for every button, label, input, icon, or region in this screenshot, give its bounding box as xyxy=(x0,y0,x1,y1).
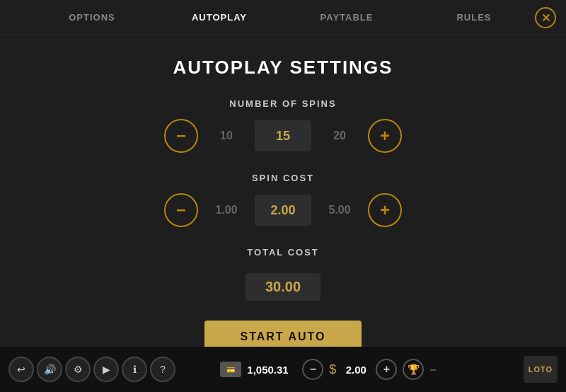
cost-decrement-button[interactable]: − xyxy=(164,193,198,227)
dash-separator: – xyxy=(429,362,437,377)
spins-option-15[interactable]: 15 xyxy=(255,120,311,151)
cost-option-1[interactable]: 1.00 xyxy=(198,195,255,226)
close-button[interactable]: ✕ xyxy=(535,7,556,28)
tab-rules[interactable]: RULES xyxy=(410,2,538,33)
undo-button[interactable]: ↩ xyxy=(8,357,34,382)
info-button[interactable]: ℹ xyxy=(122,357,147,382)
spins-increment-button[interactable]: + xyxy=(368,119,402,153)
sound-button[interactable]: 🔊 xyxy=(37,357,62,382)
modal-content: AUTOPLAY SETTINGS NUMBER OF SPINS − 10 1… xyxy=(0,35,566,367)
total-cost-label: TOTAL COST xyxy=(247,247,319,258)
wallet-icon: 💳 xyxy=(220,362,241,377)
cost-label: SPIN COST xyxy=(252,173,314,183)
total-cost-section: TOTAL COST 30.00 xyxy=(246,247,320,301)
bottom-center-controls: 💳 1,050.31 − $ 2.00 + 🏆 – xyxy=(220,359,437,380)
help-button[interactable]: ? xyxy=(150,357,175,382)
tab-autoplay[interactable]: AUTOPLAY xyxy=(156,2,283,33)
total-cost-value: 30.00 xyxy=(246,273,320,301)
settings-button[interactable]: ⚙ xyxy=(65,357,91,382)
tabs-bar: OPTIONS AUTOPLAY PAYTABLE RULES ✕ xyxy=(0,0,566,35)
logo-text: LOTO xyxy=(529,365,553,374)
cost-option-5[interactable]: 5.00 xyxy=(311,195,368,226)
play-button[interactable]: ▶ xyxy=(93,357,119,382)
balance-value: 1,050.31 xyxy=(247,364,296,376)
logo-area: LOTO xyxy=(524,356,558,383)
modal-container: OPTIONS AUTOPLAY PAYTABLE RULES ✕ AUTOPL… xyxy=(0,0,566,347)
spins-row: − 10 15 20 + xyxy=(164,119,402,153)
cost-increment-button[interactable]: + xyxy=(368,193,402,227)
spins-option-20[interactable]: 20 xyxy=(311,120,368,151)
logo-badge: LOTO xyxy=(524,356,558,383)
trophy-icon: 🏆 xyxy=(403,359,424,380)
spins-option-10[interactable]: 10 xyxy=(198,120,255,151)
spins-decrement-button[interactable]: − xyxy=(164,119,198,153)
bet-increment-button[interactable]: + xyxy=(376,359,397,380)
page-title: AUTOPLAY SETTINGS xyxy=(173,57,393,79)
tab-paytable[interactable]: PAYTABLE xyxy=(283,2,410,33)
tab-options[interactable]: OPTIONS xyxy=(28,2,156,33)
bet-value: 2.00 xyxy=(342,364,370,376)
cost-option-2[interactable]: 2.00 xyxy=(255,195,311,226)
bottom-bar: ↩ 🔊 ⚙ ▶ ℹ ? 💳 1,050.31 − $ 2.00 + 🏆 – LO… xyxy=(0,347,566,392)
cost-row: − 1.00 2.00 5.00 + xyxy=(164,193,402,227)
bet-decrement-button[interactable]: − xyxy=(302,359,323,380)
spins-label: NUMBER OF SPINS xyxy=(229,98,336,109)
